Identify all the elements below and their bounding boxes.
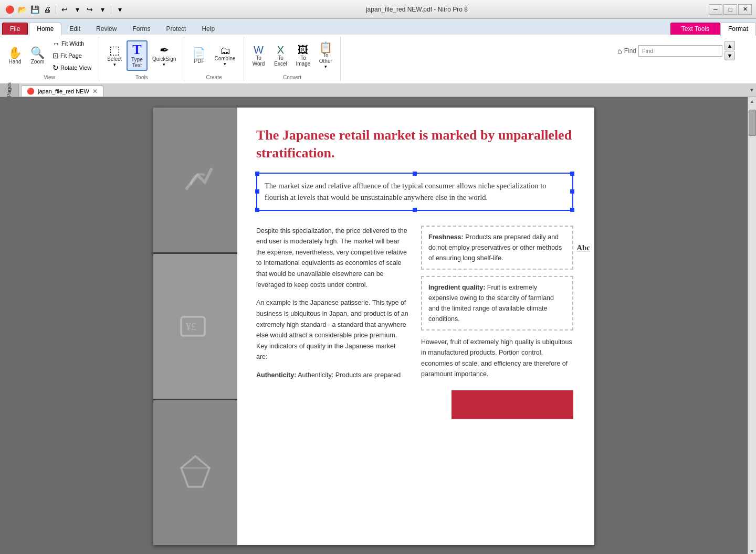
undo-dropdown[interactable]: ▾ (72, 4, 82, 15)
save-button[interactable]: 💾 (29, 4, 40, 15)
scroll-up-btn[interactable]: ▲ (748, 97, 756, 105)
selected-textbox[interactable]: The market size and relative affluence o… (256, 173, 573, 211)
doc-tab[interactable]: 🔴 japan_file_red NEW ✕ (21, 83, 103, 97)
vertical-scrollbar[interactable]: ▲ ▼ (748, 97, 756, 554)
strip-icon-2: ¥£ (172, 303, 219, 350)
doc-tab-bar: Pages 🔴 japan_file_red NEW ✕ ▼ (0, 83, 756, 97)
to-other-button[interactable]: 📋 To Other ▾ (315, 40, 336, 71)
tab-protect[interactable]: Protect (158, 23, 194, 35)
close-button[interactable]: ✕ (738, 4, 752, 15)
handle-br[interactable] (570, 208, 574, 212)
page-content: The Japanese retail market is marked by … (237, 108, 594, 545)
fit-width-button[interactable]: ↔ Fit Width (49, 38, 94, 49)
zoom-button[interactable]: 🔍 Zoom (27, 45, 48, 67)
ribbon-right: ⌂ Find ▲ ▼ (341, 37, 756, 81)
image-strip-3 (153, 400, 237, 545)
quicksign-dropdown: ▾ (163, 62, 165, 67)
sep1 (56, 5, 56, 14)
rotate-label: Rotate View (60, 65, 91, 71)
minimize-button[interactable]: ─ (709, 4, 722, 15)
tab-edit[interactable]: Edit (61, 23, 88, 35)
type-text-label: Type Text (131, 57, 143, 68)
tab-file[interactable]: File (2, 23, 28, 35)
create-items: 📄 PDF 🗂 Combine ▾ (188, 38, 239, 73)
to-word-button[interactable]: W To Word (248, 42, 269, 69)
zoom-label: Zoom (31, 59, 45, 65)
tab-review[interactable]: Review (88, 23, 124, 35)
select-button[interactable]: ⬚ Select ▾ (103, 42, 125, 69)
tab-text-tools[interactable]: Text Tools (670, 23, 720, 35)
handle-tl[interactable] (255, 172, 259, 176)
find-up[interactable]: ▲ (724, 41, 735, 50)
quicksign-button[interactable]: ✒ QuickSign ▾ (149, 42, 180, 69)
open-button[interactable]: 📂 (17, 4, 27, 15)
to-excel-label: To Excel (274, 55, 287, 67)
ribbon-group-create: 📄 PDF 🗂 Combine ▾ Create (184, 37, 244, 81)
handle-tr[interactable] (570, 172, 574, 176)
tab-home[interactable]: Home (29, 23, 61, 36)
tab-forms[interactable]: Forms (124, 23, 158, 35)
scroll-down-btn[interactable]: ▼ (748, 547, 756, 554)
handle-tm[interactable] (413, 172, 417, 176)
type-text-icon: T (132, 43, 141, 57)
find-input[interactable] (638, 45, 722, 57)
redo-button[interactable]: ↪ (85, 4, 95, 15)
quicksign-label: QuickSign (152, 56, 176, 62)
pdf-scroll-area[interactable]: ¥£ The Japanese retail market is ma (0, 97, 748, 554)
doc-tab-icon: 🔴 (27, 88, 35, 95)
title-bar: 🔴 📂 💾 🖨 ↩ ▾ ↪ ▾ ▾ japan_file_red NEW.pdf… (0, 0, 756, 19)
other-dropdown: ▾ (324, 64, 327, 69)
scroll-thumb[interactable] (749, 110, 756, 136)
view-items: ✋ Hand 🔍 Zoom ↔ Fit Width ⊡ Fit Page (4, 38, 94, 73)
left-para-1: Despite this specialization, the price d… (256, 226, 408, 291)
tab-text-tools-label: Text Tools (681, 25, 709, 33)
doc-tab-close[interactable]: ✕ (92, 88, 98, 95)
print-button[interactable]: 🖨 (42, 4, 52, 15)
undo-button[interactable]: ↩ (59, 4, 70, 15)
handle-bm[interactable] (413, 208, 417, 212)
left-strip: ¥£ (153, 108, 237, 545)
hand-button[interactable]: ✋ Hand (4, 45, 26, 67)
to-excel-button[interactable]: X To Excel (270, 42, 291, 69)
tab-format[interactable]: Format (720, 23, 756, 36)
fit-page-label: Fit Page (60, 52, 82, 59)
type-text-button[interactable]: T Type Text (127, 40, 148, 71)
tab-help[interactable]: Help (194, 23, 223, 35)
red-bar (452, 390, 573, 419)
ribbon-area: File Home Edit Review Forms Protect Help… (0, 19, 756, 83)
handle-bl[interactable] (255, 208, 259, 212)
maximize-button[interactable]: □ (723, 4, 737, 15)
sep2 (111, 5, 111, 14)
doc-tab-name: japan_file_red NEW (38, 88, 89, 94)
image-icon: 🖼 (298, 45, 308, 55)
handle-mr[interactable] (570, 189, 574, 194)
view-options-group: ↔ Fit Width ⊡ Fit Page ↻ Rotate View (49, 38, 94, 73)
redo-dropdown[interactable]: ▾ (97, 4, 108, 15)
to-image-button[interactable]: 🖼 To Image (292, 42, 314, 69)
find-down[interactable]: ▼ (724, 51, 735, 60)
quicksign-icon: ✒ (160, 45, 169, 56)
content-area: ¥£ The Japanese retail market is ma (0, 97, 756, 554)
right-column: Freshness: Products are prepared daily a… (421, 226, 573, 420)
fit-page-button[interactable]: ⊡ Fit Page (49, 50, 94, 61)
window-controls: ─ □ ✕ (709, 4, 752, 15)
quick-access-more[interactable]: ▾ (114, 4, 125, 15)
tab-scroll-btn[interactable]: ▼ (748, 83, 756, 97)
pdf-button[interactable]: 📄 PDF (188, 46, 209, 66)
fit-width-icon: ↔ (52, 39, 60, 48)
svg-marker-2 (181, 456, 209, 487)
two-col-layout: Despite this specialization, the price d… (256, 226, 573, 420)
strip-icon-1 (172, 156, 219, 204)
create-group-label: Create (206, 73, 222, 80)
zoom-icon: 🔍 (30, 47, 45, 59)
authenticity-label: Authenticity: (256, 371, 296, 379)
home-icon: ⌂ (617, 47, 622, 55)
convert-items: W To Word X To Excel 🖼 To Image 📋 To Oth… (248, 38, 337, 73)
combine-button[interactable]: 🗂 Combine ▾ (211, 43, 239, 69)
pdf-icon: 📄 (193, 48, 206, 58)
pages-toggle[interactable]: Pages (0, 83, 19, 97)
view-group-label: View (44, 73, 55, 80)
handle-ml[interactable] (255, 189, 259, 194)
left-column: Despite this specialization, the price d… (256, 226, 408, 420)
rotate-view-button[interactable]: ↻ Rotate View (49, 62, 94, 73)
